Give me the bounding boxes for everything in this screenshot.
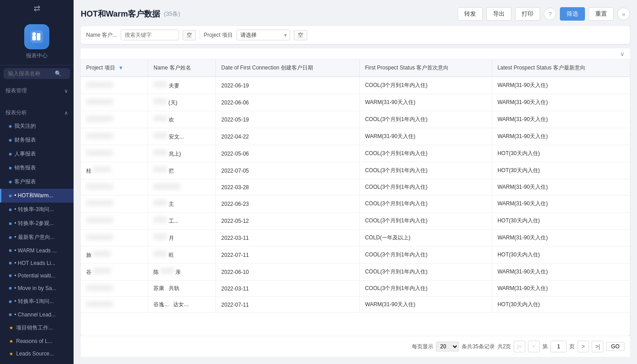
more-actions-icon[interactable]: » — [617, 8, 630, 20]
cell-first-status: COOL(3个月到1年内入住) — [359, 247, 492, 264]
last-page-button[interactable]: >| — [592, 341, 603, 352]
cell-project — [81, 77, 148, 94]
table-row: 2022-03-28 COOL(3个月到1年内入住) WARM(31-90天入住… — [81, 179, 630, 195]
sidebar-topbar: ⇄ — [0, 0, 74, 17]
go-button[interactable]: GO — [606, 342, 624, 351]
sidebar-item-zhz1[interactable]: • 转换率-1询问... — [0, 295, 74, 308]
first-page-button[interactable]: |< — [514, 341, 525, 352]
sidebar-item-initial[interactable]: ★ Initial Contact ... — [0, 360, 74, 364]
cell-name: 旺 — [148, 247, 216, 264]
export-button[interactable]: 导出 — [486, 7, 511, 21]
sidebar-section-header-analysis[interactable]: 报表分析 ∧ — [0, 106, 74, 119]
next-page-button[interactable]: > — [577, 341, 589, 352]
sidebar-section-label-analysis: 报表分析 — [5, 109, 27, 117]
dot-icon-wogz — [9, 125, 12, 128]
cell-project: 谷 — [81, 264, 148, 281]
sidebar-section-header-management[interactable]: 报表管理 ∨ — [0, 84, 74, 97]
prev-page-button[interactable]: < — [528, 341, 540, 352]
sidebar-item-xmxs[interactable]: ★ 项目销售工作... — [0, 321, 74, 335]
sidebar-item-label-zhz2: • 转换率-2参观... — [14, 220, 54, 227]
sidebar-item-cwbb[interactable]: 财务报表 — [0, 133, 74, 147]
svg-rect-1 — [32, 36, 36, 40]
sidebar-item-hot[interactable]: • HOT Leads Li... — [0, 257, 74, 269]
filter-name-label: Name 客户... — [86, 31, 117, 39]
filter-name-input[interactable] — [121, 30, 179, 40]
cell-date: 2022-06-19 — [216, 77, 359, 94]
sidebar-item-zhz3[interactable]: • 转换率-3询问... — [0, 203, 74, 217]
col-first-status-label: First Prospect Status 客户首次意向 — [365, 65, 449, 71]
sidebar-item-label-khbb: 客户报表 — [14, 178, 36, 186]
cell-project — [81, 297, 148, 313]
star-icon-xmxs: ★ — [9, 325, 13, 331]
sidebar-item-movein[interactable]: • Move in by Sa... — [0, 282, 74, 295]
filter-project-select[interactable]: 请选择 — [236, 30, 290, 40]
transfer-button[interactable]: 转发 — [458, 7, 483, 21]
collapse-icon[interactable]: ∨ — [620, 50, 624, 57]
sidebar-section-management: 报表管理 ∨ — [0, 82, 74, 100]
table-row: 桂 拦 2022-07-05 COOL(3个月到1年内入住) HOT(30天内入… — [81, 162, 630, 179]
cell-first-status: COOL(3个月到1年内入住) — [359, 264, 492, 281]
cell-latest-status: WARM(31-90天入住) — [492, 128, 630, 145]
logo-svg — [30, 30, 44, 44]
cell-latest-status: HOT(30天内入住) — [492, 297, 630, 313]
cell-date: 2022-05-06 — [216, 145, 359, 162]
cell-name: 主 — [148, 195, 216, 212]
sidebar-item-label-zhz1: • 转换率-1询问... — [14, 298, 54, 305]
sidebar-item-zxkh[interactable]: • 最新客户意向... — [0, 230, 74, 244]
filter-row: Name 客户... 空 Project 项目 请选择 ▼ 空 — [81, 26, 630, 44]
reset-button[interactable]: 重置 — [589, 7, 614, 21]
sidebar-item-rsbb[interactable]: 人事报表 — [0, 147, 74, 161]
cell-project — [81, 212, 148, 230]
cell-date: 2022-07-05 — [216, 162, 359, 179]
sidebar-item-label-xmxs: 项目销售工作... — [16, 324, 53, 332]
cell-project — [81, 145, 148, 162]
table-row: 谷逸... 达女... 2022-07-11 WARM(31-90天入住) HO… — [81, 297, 630, 313]
sidebar-item-khbb[interactable]: 客户报表 — [0, 175, 74, 189]
sidebar-item-label-cwbb: 财务报表 — [14, 136, 36, 144]
sidebar-item-label-warm: • WARM Leads ... — [14, 247, 57, 254]
star-icon-reasons: ★ — [9, 338, 13, 344]
sidebar-item-xsbb[interactable]: 销售报表 — [0, 161, 74, 175]
cell-latest-status: HOT(30天内入住) — [492, 162, 630, 179]
sidebar-search-box[interactable]: 🔍 — [4, 68, 70, 79]
cell-name: (天) — [148, 94, 216, 111]
sidebar-item-reasons[interactable]: ★ Reasons of L... — [0, 335, 74, 347]
dot-icon-khbb — [9, 181, 12, 183]
col-project[interactable]: Project 项目 ▼ — [81, 60, 148, 77]
svg-rect-2 — [37, 33, 40, 40]
sidebar-item-label-zhz3: • 转换率-3询问... — [14, 206, 54, 213]
filter-button[interactable]: 筛选 — [560, 7, 585, 21]
sidebar-item-wogz[interactable]: 我关注的 — [0, 119, 74, 133]
cell-name: 陈 亲 — [148, 264, 216, 281]
filter-empty-tag-2[interactable]: 空 — [294, 30, 307, 40]
page-size-select[interactable]: 20 50 100 — [436, 342, 459, 351]
sidebar-item-label-zxkh: • 最新客户意向... — [14, 234, 55, 241]
table-row: 苏康 共轨 2022-03-11 COOL(3个月到1年内入住) WARM(31… — [81, 281, 630, 297]
dot-icon-zhz2 — [9, 222, 12, 225]
filter-empty-tag-1[interactable]: 空 — [183, 30, 196, 40]
cell-date: 2022-03-28 — [216, 179, 359, 195]
filter-divider-1 — [200, 30, 200, 39]
sidebar-item-hotwarm[interactable]: • HOT和Warm... — [0, 189, 74, 203]
per-page-label: 每页显示 — [412, 343, 433, 351]
dot-icon-rsbb — [9, 153, 12, 156]
page-number-input[interactable] — [550, 341, 567, 352]
sidebar-item-label-potential: • Potential waiti... — [14, 273, 56, 279]
data-table: Project 项目 ▼ Name 客户姓名 Date of First Con… — [81, 60, 630, 313]
col-first-status: First Prospect Status 客户首次意向 — [359, 60, 492, 77]
sidebar-item-potential[interactable]: • Potential waiti... — [0, 269, 74, 282]
cell-name: 谷逸... 达女... — [148, 297, 216, 313]
sidebar-item-warm[interactable]: • WARM Leads ... — [0, 244, 74, 257]
sidebar-item-zhz2[interactable]: • 转换率-2参观... — [0, 217, 74, 230]
help-icon[interactable]: ? — [544, 8, 556, 20]
logo-icon — [24, 24, 49, 49]
sidebar-toggle-icon[interactable]: ⇄ — [34, 4, 40, 13]
sidebar-item-leadsource[interactable]: ★ Leads Source... — [0, 347, 74, 360]
sidebar-search-input[interactable] — [8, 70, 53, 77]
col-project-label: Project 项目 — [86, 65, 115, 71]
print-button[interactable]: 打印 — [515, 7, 540, 21]
table-row: 旅 旺 2022-07-11 COOL(3个月到1年内入住) HOT(30天内入… — [81, 247, 630, 264]
cell-latest-status: WARM(31-90天入住) — [492, 264, 630, 281]
cell-first-status: COOL(3个月到1年内入住) — [359, 281, 492, 297]
sidebar-item-channel[interactable]: • Channel Lead... — [0, 308, 74, 321]
